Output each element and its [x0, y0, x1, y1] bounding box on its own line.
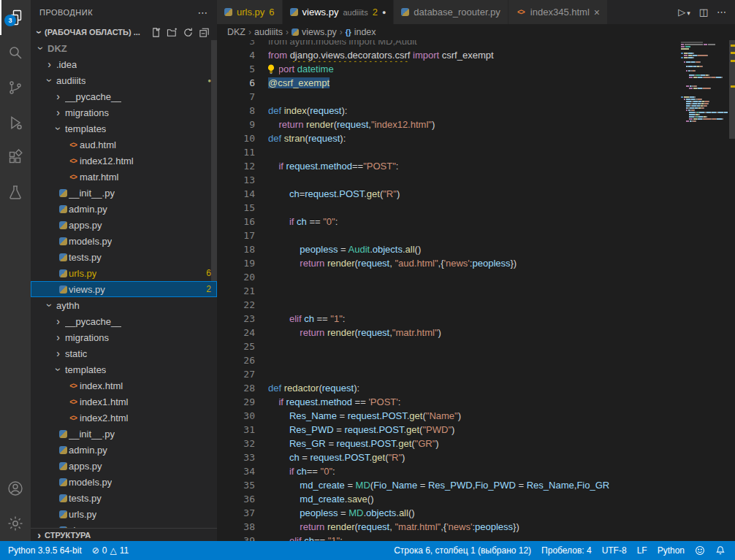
problems-status[interactable]: ⊘0 △11	[87, 545, 134, 556]
tree-file-views.py[interactable]: views.py	[31, 522, 217, 528]
lightbulb-icon[interactable]	[267, 64, 279, 76]
tree-folder-migrations[interactable]: ›migrations	[31, 329, 217, 345]
code-line-32[interactable]: 32 Res_GR = request.POST.get("GR")	[217, 437, 679, 450]
close-icon[interactable]: ×	[594, 7, 600, 18]
tree-file-index.html[interactable]: <>index.html	[31, 377, 217, 394]
tree-file-tests.py[interactable]: tests.py	[31, 490, 217, 506]
tree-file-admin.py[interactable]: admin.py	[31, 442, 217, 458]
tree-file-apps.py[interactable]: apps.py	[31, 217, 217, 233]
breadcrumb-item-symbol[interactable]: index	[354, 27, 376, 37]
code-line-3[interactable]: 3from aythh.models import MD,Audit	[217, 40, 679, 48]
code-line-38[interactable]: 38 return render(request, "matr.html",{'…	[217, 520, 679, 534]
workspace-section-header[interactable]: › (РАБОЧАЯ ОБЛАСТЬ) ...	[31, 24, 217, 40]
tree-folder-templates[interactable]: ›templates	[31, 120, 217, 137]
code-line-15[interactable]: 15	[217, 201, 679, 215]
tab-urls.py[interactable]: urls.py6	[217, 0, 283, 24]
code-line-35[interactable]: 35 md_create = MD(Fio_Name = Res_PWD,Fio…	[217, 478, 679, 492]
outline-section-header[interactable]: › СТРУКТУРА	[31, 528, 217, 541]
tree-file-index12.html[interactable]: <>index12.html	[31, 153, 217, 169]
code-line-28[interactable]: 28def redactor(request):	[217, 381, 679, 395]
editor-scrollbar[interactable]	[729, 40, 735, 541]
code-line-17[interactable]: 17	[217, 229, 679, 242]
code-line-24[interactable]: 24 return render(request,"matr.html")	[217, 326, 679, 340]
eol-status[interactable]: LF	[632, 545, 652, 556]
code-line-23[interactable]: 23 elif ch == "1":	[217, 312, 679, 326]
tree-folder-audiiits[interactable]: ›audiiits●	[31, 72, 217, 88]
tree-file-tests.py[interactable]: tests.py	[31, 249, 217, 265]
code-line-13[interactable]: 13	[217, 173, 679, 187]
settings-gear-icon[interactable]	[0, 506, 31, 541]
code-line-25[interactable]: 25	[217, 340, 679, 353]
tab-views.py[interactable]: views.pyaudiiits2●	[283, 0, 395, 24]
tree-file-models.py[interactable]: models.py	[31, 474, 217, 490]
code-line-18[interactable]: 18 peopless = Audit.objects.all()	[217, 242, 679, 256]
indentation-status[interactable]: Пробелов: 4	[536, 545, 597, 556]
tree-folder-static[interactable]: ›static	[31, 345, 217, 361]
split-editor-button[interactable]: ◫	[699, 7, 708, 18]
sidebar-scrollbar[interactable]	[211, 40, 217, 281]
encoding-status[interactable]: UTF-8	[597, 545, 632, 556]
code-line-30[interactable]: 30 Res_Name = request.POST.get("Name")	[217, 409, 679, 423]
code-editor[interactable]: 3from aythh.models import MD,Audit4from …	[217, 40, 735, 541]
code-line-10[interactable]: 10def stran(request):	[217, 131, 679, 145]
breadcrumb-item-file[interactable]: views.py	[302, 27, 337, 37]
tree-file-admin.py[interactable]: admin.py	[31, 201, 217, 217]
code-line-4[interactable]: 4from django.views.decorators.csrf impor…	[217, 48, 679, 62]
tree-folder-__pycache__[interactable]: ›__pycache__	[31, 313, 217, 329]
collapse-all-icon[interactable]	[199, 27, 210, 38]
dirty-dot-icon[interactable]: ●	[382, 9, 386, 16]
explorer-more-actions-icon[interactable]: ⋯	[198, 7, 209, 18]
tree-file-urls.py[interactable]: urls.py6	[31, 265, 217, 281]
refresh-icon[interactable]	[183, 27, 194, 38]
tree-file-views.py[interactable]: views.py2	[31, 281, 217, 297]
feedback-icon[interactable]	[690, 545, 710, 556]
tree-file-matr.html[interactable]: <>matr.html	[31, 169, 217, 185]
tree-folder-migrations[interactable]: ›migrations	[31, 104, 217, 120]
tree-folder-__pycache__[interactable]: ›__pycache__	[31, 88, 217, 104]
tree-file-aud.html[interactable]: <>aud.html	[31, 137, 217, 153]
tree-file-index1.html[interactable]: <>index1.html	[31, 394, 217, 410]
code-line-29[interactable]: 29 if request.method == 'POST':	[217, 395, 679, 409]
code-line-7[interactable]: 7	[217, 90, 679, 104]
tree-file-index2.html[interactable]: <>index2.html	[31, 410, 217, 426]
source-control-icon[interactable]	[0, 70, 31, 105]
code-line-20[interactable]: 20	[217, 270, 679, 284]
code-line-9[interactable]: 9 return render(request,"index12.html")	[217, 118, 679, 131]
tree-folder-.idea[interactable]: ›.idea	[31, 56, 217, 72]
notifications-bell-icon[interactable]	[710, 545, 731, 556]
code-line-27[interactable]: 27	[217, 367, 679, 381]
code-line-33[interactable]: 33 ch = request.POST.get("R")	[217, 450, 679, 464]
code-line-22[interactable]: 22	[217, 298, 679, 312]
new-folder-icon[interactable]	[167, 27, 178, 38]
code-line-39[interactable]: 39 elif ch== "1":	[217, 534, 679, 541]
tree-file-__init__.py[interactable]: __init__.py	[31, 426, 217, 442]
breadcrumb-item-folder[interactable]: audiiits	[254, 27, 283, 37]
language-mode-status[interactable]: Python	[652, 545, 690, 556]
code-line-14[interactable]: 14 ch=request.POST.get("R")	[217, 187, 679, 201]
tree-folder-aythh[interactable]: ›aythh	[31, 297, 217, 313]
run-python-file-button[interactable]: ▷▾	[678, 7, 690, 18]
code-line-21[interactable]: 21	[217, 284, 679, 298]
python-interpreter-status[interactable]: Python 3.9.5 64-bit	[3, 545, 87, 556]
code-line-16[interactable]: 16 if ch == "0":	[217, 215, 679, 229]
code-line-37[interactable]: 37 peopless = MD.objects.all()	[217, 506, 679, 520]
cursor-position-status[interactable]: Строка 6, столбец 1 (выбрано 12)	[389, 545, 536, 556]
code-line-34[interactable]: 34 if ch== "0":	[217, 464, 679, 478]
tree-folder-DKZ[interactable]: ›DKZ	[31, 40, 217, 56]
tree-file-__init__.py[interactable]: __init__.py	[31, 185, 217, 201]
code-line-11[interactable]: 11	[217, 145, 679, 159]
code-line-8[interactable]: 8def index(request):	[217, 104, 679, 118]
extensions-icon[interactable]	[0, 140, 31, 175]
scrollbar-thumb[interactable]	[729, 40, 735, 139]
code-line-19[interactable]: 19 return render(request, "aud.html",{'n…	[217, 256, 679, 270]
code-line-36[interactable]: 36 md_create.save()	[217, 492, 679, 506]
tab-index345.html[interactable]: <>index345.html×	[509, 0, 608, 24]
code-line-26[interactable]: 26	[217, 353, 679, 367]
new-file-icon[interactable]	[151, 27, 161, 38]
tab-database_roouter.py[interactable]: database_roouter.py	[394, 0, 509, 24]
run-debug-icon[interactable]	[0, 105, 31, 140]
tree-file-models.py[interactable]: models.py	[31, 233, 217, 249]
search-icon[interactable]	[0, 35, 31, 70]
explorer-icon[interactable]: 3	[0, 0, 31, 35]
testing-icon[interactable]	[0, 175, 31, 210]
